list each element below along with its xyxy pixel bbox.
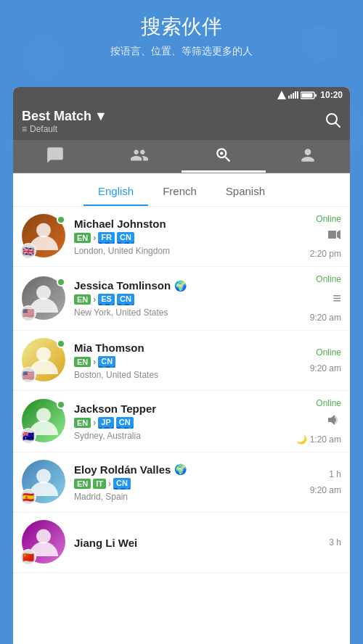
video-icon	[328, 230, 341, 243]
avatar-container: 🇺🇸	[22, 338, 67, 383]
svg-point-29	[36, 529, 51, 544]
user-name: Jackson Tepper	[74, 402, 289, 415]
tab-discover[interactable]	[182, 146, 266, 173]
online-status: Online	[316, 398, 341, 408]
user-right: Online 2:20 pm	[298, 214, 341, 259]
verified-icon: 🌍	[174, 463, 187, 475]
user-time: 🌙 1:20 am	[296, 434, 341, 445]
user-name: Eloy Roldán Valles 🌍	[74, 463, 290, 476]
online-status: Online	[316, 347, 341, 358]
lang-badges: EN IT › CN	[74, 478, 290, 490]
lang-en: EN	[74, 357, 91, 367]
search-icon	[325, 112, 341, 128]
lang-cn: CN	[113, 478, 131, 490]
list-item[interactable]: 🇺🇸 Mia Thomson EN › CN Boston, United St…	[13, 331, 350, 391]
lang-fr: FR	[98, 232, 115, 244]
user-time-label: 3 h	[329, 537, 341, 548]
avatar-container: 🇺🇸	[22, 276, 67, 321]
user-right: Online 🌙 1:20 am	[296, 398, 341, 445]
user-info: Jessica Tomlinson 🌍 EN › ES CN New York,…	[74, 279, 290, 318]
svg-rect-22	[328, 231, 336, 239]
profile-icon	[298, 146, 317, 165]
lang-badges: EN › CN	[74, 356, 290, 368]
user-name: Michael Johnston	[74, 218, 290, 230]
lang-cn: CN	[116, 417, 134, 429]
list-item[interactable]: 🇬🇧 Michael Johnston EN › FR CN London, U…	[13, 207, 350, 267]
status-time: 10:20	[320, 90, 343, 100]
user-name: Mia Thomson	[74, 342, 290, 354]
lang-cn: CN	[117, 232, 134, 244]
user-time: 9:20 am	[310, 485, 341, 495]
list-item[interactable]: 🇺🇸 Jessica Tomlinson 🌍 EN › ES CN New Yo…	[13, 267, 350, 331]
top-header: 搜索伙伴 按语言、位置、等筛选更多的人	[0, 0, 363, 65]
list-item[interactable]: 🇪🇸 Eloy Roldán Valles 🌍 EN IT › CN Madri…	[13, 453, 350, 513]
lang-tab-french[interactable]: French	[148, 181, 211, 206]
lang-es: ES	[98, 294, 115, 305]
user-time: 9:20 am	[310, 363, 341, 373]
user-location: Sydney, Australia	[74, 431, 289, 441]
flag-badge: 🇨🇳	[20, 549, 36, 565]
svg-point-21	[36, 223, 51, 238]
avatar-container: 🇦🇺	[22, 399, 67, 444]
list-item[interactable]: 🇦🇺 Jackson Tepper EN › JP CN Sydney, Aus…	[13, 391, 350, 453]
svg-rect-12	[295, 91, 296, 99]
lang-jp: JP	[98, 417, 113, 429]
phone-frame: 10:20 Best Match ▼ ≡ Default	[13, 87, 350, 644]
svg-point-28	[36, 469, 51, 484]
status-bar: 10:20	[13, 87, 350, 103]
user-location: London, United Kingdom	[74, 246, 290, 256]
online-indicator	[57, 278, 65, 286]
user-name: Jiang Li Wei	[74, 537, 290, 549]
svg-rect-16	[302, 93, 313, 97]
user-right: Online ≡ 9:20 am	[298, 274, 341, 323]
lang-it: IT	[93, 479, 106, 489]
flag-badge: 🇬🇧	[20, 243, 36, 259]
svg-point-24	[36, 285, 51, 300]
lang-badges: EN › ES CN	[74, 294, 290, 305]
nav-subtitle-text: Default	[30, 124, 57, 134]
lang-cn: CN	[98, 356, 115, 368]
flag-badge: 🇺🇸	[20, 305, 36, 321]
user-location: Boston, United States	[74, 370, 290, 380]
user-info: Eloy Roldán Valles 🌍 EN IT › CN Madrid, …	[74, 463, 290, 502]
flag-badge: 🇺🇸	[20, 367, 36, 383]
avatar-container: 🇪🇸	[22, 460, 67, 505]
volume-icon	[328, 414, 341, 429]
user-info: Michael Johnston EN › FR CN London, Unit…	[74, 218, 290, 256]
lang-tab-english[interactable]: English	[83, 181, 148, 206]
tab-chat[interactable]	[13, 146, 97, 173]
svg-point-25	[36, 347, 51, 362]
lang-badges: EN › JP CN	[74, 417, 289, 429]
tab-profile[interactable]	[266, 146, 350, 173]
user-time: 2:20 pm	[310, 249, 341, 259]
online-status: Online	[316, 274, 341, 284]
nav-search-button[interactable]	[325, 112, 341, 131]
user-right: 3 h	[298, 537, 341, 548]
verified-icon: 🌍	[174, 280, 187, 292]
svg-point-20	[306, 149, 311, 154]
people-icon	[130, 146, 149, 165]
user-right: Online 9:20 am	[298, 347, 341, 373]
user-time: 9:20 am	[310, 313, 341, 323]
user-info: Mia Thomson EN › CN Boston, United State…	[74, 342, 290, 380]
lang-tab-spanish[interactable]: Spanish	[211, 181, 280, 206]
tab-people[interactable]	[97, 146, 182, 173]
online-indicator	[57, 215, 65, 224]
nav-title: Best Match	[22, 109, 91, 124]
status-icons	[277, 91, 317, 99]
svg-rect-11	[293, 93, 294, 99]
svg-marker-27	[328, 415, 335, 425]
user-location: New York, United States	[74, 307, 290, 318]
user-info: Jiang Li Wei	[74, 537, 290, 549]
avatar-container: 🇬🇧	[22, 214, 67, 259]
lang-en: EN	[74, 294, 91, 305]
user-time-label: 1 h	[329, 469, 341, 479]
list-item[interactable]: 🇨🇳 Jiang Li Wei 3 h	[13, 513, 350, 573]
discover-icon	[214, 146, 233, 165]
lang-en: EN	[74, 479, 91, 489]
nav-subtitle: ≡ Default	[22, 124, 107, 134]
dropdown-icon: ▼	[94, 109, 107, 124]
svg-marker-23	[337, 230, 340, 239]
nav-title-container[interactable]: Best Match ▼	[22, 109, 107, 124]
svg-rect-15	[315, 94, 317, 96]
